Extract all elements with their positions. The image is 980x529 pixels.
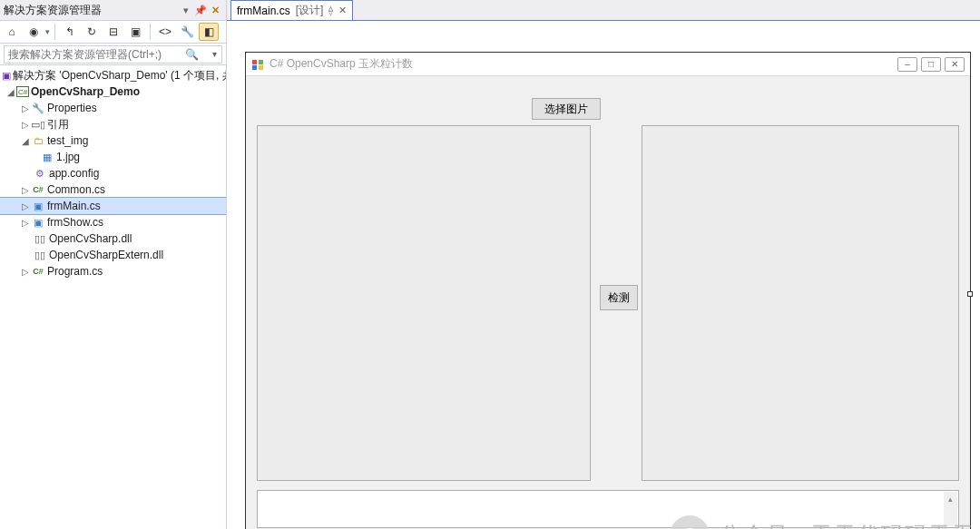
form-body: 选择图片 检测 ▴: [246, 76, 970, 529]
tree-file-program[interactable]: ▷ C# Program.cs: [0, 263, 226, 279]
config-icon: ⚙: [33, 166, 47, 181]
picturebox-right[interactable]: [642, 125, 959, 481]
tree-label: Properties: [47, 102, 97, 114]
tree-file-opencvsharp-dll[interactable]: ▯▯ OpenCvSharp.dll: [0, 230, 226, 247]
tree-references[interactable]: ▷ ▭▯ 引用: [0, 116, 226, 132]
tree-properties[interactable]: ▷ 🔧 Properties: [0, 100, 226, 116]
button-label: 选择图片: [544, 102, 588, 117]
dll-icon: ▯▯: [33, 248, 47, 262]
tab-pin-icon[interactable]: ⟠: [328, 5, 333, 15]
button-label: 检测: [608, 290, 630, 306]
tree-label: OpenCvSharp_Demo: [31, 85, 140, 98]
preview-icon[interactable]: ◧: [199, 23, 219, 41]
solution-search: 🔍 ▾: [0, 44, 226, 65]
svg-rect-3: [259, 65, 263, 70]
select-image-button[interactable]: 选择图片: [532, 98, 601, 120]
tree-solution[interactable]: ▣ 解决方案 'OpenCvSharp_Demo' (1 个项目, 共 1: [0, 67, 226, 83]
form-titlebar: C# OpenCvSharp 玉米粒计数 – □ ✕: [246, 53, 970, 76]
pin-icon[interactable]: 📌: [193, 3, 208, 17]
search-dropdown-icon[interactable]: ▾: [212, 49, 217, 59]
main-area: frmMain.cs [设计] ⟠ ✕ C# OpenCvSharp 玉米粒计数…: [227, 0, 980, 529]
tree-label: app.config: [49, 167, 99, 180]
home-icon[interactable]: ⌂: [2, 23, 22, 41]
expand-icon[interactable]: ◢: [5, 86, 16, 97]
form-app-icon: [251, 58, 264, 71]
image-icon: ▦: [40, 150, 54, 164]
cs-icon: C#: [31, 264, 45, 279]
tree-label: OpenCvSharp.dll: [49, 232, 132, 245]
dropdown-icon[interactable]: ▾: [179, 3, 193, 17]
cs-icon: C#: [31, 182, 45, 197]
form-icon: ▣: [31, 215, 45, 230]
form-icon: ▣: [31, 199, 45, 213]
minimize-icon[interactable]: –: [897, 57, 917, 72]
design-surface[interactable]: C# OpenCvSharp 玉米粒计数 – □ ✕ 选择图片 检测: [227, 21, 980, 529]
collapse-icon[interactable]: ◢: [20, 135, 31, 146]
tree-file-opencvsharpextern-dll[interactable]: ▯▯ OpenCvSharpExtern.dll: [0, 247, 226, 263]
svg-rect-1: [259, 60, 263, 64]
close-icon[interactable]: ✕: [208, 3, 222, 17]
svg-rect-0: [252, 60, 257, 64]
solution-explorer-titlebar: 解决方案资源管理器 ▾ 📌 ✕: [0, 0, 226, 20]
expand-icon[interactable]: ▷: [20, 217, 31, 228]
expand-icon[interactable]: ▷: [20, 266, 31, 277]
refresh-icon[interactable]: ↻: [82, 23, 102, 41]
close-icon[interactable]: ✕: [945, 57, 965, 72]
tree-label: frmMain.cs: [47, 200, 101, 212]
tree-folder-testimg[interactable]: ◢ 🗀 test_img: [0, 132, 226, 149]
tree-file-frmmain[interactable]: ▷ ▣ frmMain.cs: [0, 198, 226, 214]
tab-label: frmMain.cs: [237, 5, 290, 17]
form-title: C# OpenCvSharp 玉米粒计数: [270, 56, 892, 72]
expand-icon[interactable]: ▷: [20, 184, 31, 195]
maximize-icon[interactable]: □: [921, 57, 941, 72]
tree-file-common[interactable]: ▷ C# Common.cs: [0, 181, 226, 198]
tree-label: OpenCvSharpExtern.dll: [49, 249, 163, 261]
tree-file-1jpg[interactable]: ▦ 1.jpg: [0, 149, 226, 165]
solution-explorer-title: 解决方案资源管理器: [4, 3, 179, 18]
collapse-icon[interactable]: ⊟: [103, 23, 123, 41]
expand-icon[interactable]: ▷: [20, 119, 31, 130]
csproj-icon: C#: [16, 86, 29, 97]
expand-icon[interactable]: ▷: [20, 201, 31, 211]
properties-icon[interactable]: 🔧: [177, 23, 197, 41]
show-all-icon[interactable]: ▣: [125, 23, 145, 41]
references-icon: ▭▯: [31, 117, 45, 132]
detect-button[interactable]: 检测: [600, 285, 638, 310]
solution-tree[interactable]: ▣ 解决方案 'OpenCvSharp_Demo' (1 个项目, 共 1 ◢ …: [0, 65, 226, 529]
solution-explorer-panel: 解决方案资源管理器 ▾ 📌 ✕ ⌂ ◉ ▾ ↰ ↻ ⊟ ▣ <> 🔧 ◧ 🔍 ▾: [0, 0, 227, 529]
tab-suffix: [设计]: [296, 3, 324, 18]
document-tabs: frmMain.cs [设计] ⟠ ✕: [227, 0, 980, 21]
wrench-icon: 🔧: [31, 101, 45, 115]
expand-icon[interactable]: ▷: [20, 103, 31, 113]
designer-form[interactable]: C# OpenCvSharp 玉米粒计数 – □ ✕ 选择图片 检测: [245, 52, 971, 529]
solution-explorer-toolbar: ⌂ ◉ ▾ ↰ ↻ ⊟ ▣ <> 🔧 ◧: [0, 20, 226, 44]
svg-rect-2: [252, 65, 257, 70]
tab-frmmain-design[interactable]: frmMain.cs [设计] ⟠ ✕: [230, 0, 353, 20]
picturebox-left[interactable]: [257, 125, 591, 481]
tree-file-frmshow[interactable]: ▷ ▣ frmShow.cs: [0, 214, 226, 230]
tree-label: 引用: [47, 117, 69, 132]
view-icon[interactable]: ◉: [24, 23, 44, 41]
tree-label: 解决方案 'OpenCvSharp_Demo' (1 个项目, 共 1: [13, 68, 226, 83]
tab-close-icon[interactable]: ✕: [338, 5, 347, 16]
back-icon[interactable]: ↰: [60, 23, 80, 41]
tree-project[interactable]: ◢ C# OpenCvSharp_Demo: [0, 83, 226, 100]
output-textbox[interactable]: ▴: [257, 490, 959, 528]
folder-icon: 🗀: [31, 133, 45, 148]
tree-label: 1.jpg: [56, 151, 80, 163]
scrollbar[interactable]: ▴: [944, 492, 957, 526]
tree-label: Program.cs: [47, 265, 103, 278]
tree-label: test_img: [47, 134, 88, 147]
search-input[interactable]: [4, 45, 222, 64]
tree-file-appconfig[interactable]: ⚙ app.config: [0, 165, 226, 181]
tree-label: frmShow.cs: [47, 216, 103, 229]
scroll-up-icon[interactable]: ▴: [944, 492, 957, 505]
solution-icon: ▣: [2, 68, 11, 83]
tree-label: Common.cs: [47, 183, 105, 196]
dll-icon: ▯▯: [33, 231, 47, 246]
code-icon[interactable]: <>: [155, 23, 175, 41]
resize-handle-right[interactable]: [967, 291, 973, 297]
